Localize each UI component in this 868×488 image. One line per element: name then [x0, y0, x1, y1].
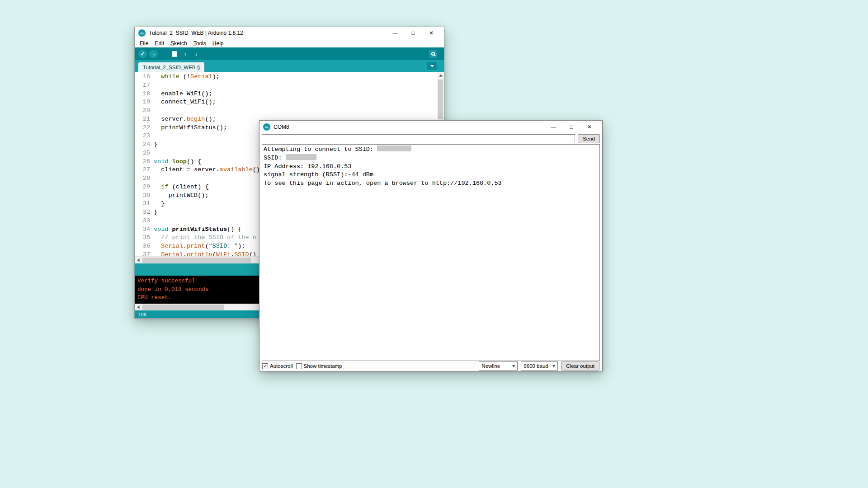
serial-output-line: Attempting to connect to SSID: — [264, 145, 598, 154]
chevron-down-icon — [552, 365, 555, 367]
code-text: Serial.println(WiFi.SSID() — [154, 251, 256, 256]
send-button[interactable]: Send — [578, 134, 600, 143]
ide-titlebar[interactable]: ∞ Tutorial_2_SSID_WEB | Arduino 1.8.12 —… — [135, 27, 444, 39]
line-number: 28 — [135, 174, 150, 183]
chevron-down-icon — [430, 65, 434, 67]
menu-help[interactable]: Help — [209, 40, 227, 47]
checkbox-icon[interactable] — [296, 363, 302, 369]
line-number: 32 — [135, 208, 150, 217]
code-line: 19 connect_WiFi(); — [135, 98, 444, 107]
code-text: while (!Serial); — [154, 73, 220, 81]
arduino-logo-icon: ∞ — [138, 29, 146, 37]
line-number: 24 — [135, 141, 150, 149]
ide-menubar: FileEditSketchToolsHelp — [135, 39, 444, 47]
line-number: 19 — [135, 98, 150, 107]
menu-file[interactable]: File — [137, 40, 151, 47]
serial-send-row: Send — [259, 133, 602, 144]
code-line: 20 — [135, 107, 444, 115]
code-text: printWifiStatus(); — [154, 124, 227, 132]
checkbox-icon[interactable]: ✓ — [262, 363, 268, 369]
line-ending-value: Newline — [481, 363, 500, 369]
maximize-button[interactable]: □ — [404, 28, 422, 38]
line-number: 34 — [135, 225, 150, 234]
line-number: 29 — [135, 183, 150, 192]
line-number: 37 — [135, 251, 150, 256]
menu-tools[interactable]: Tools — [190, 40, 209, 47]
serial-bottom-bar: ✓ Autoscroll Show timestamp Newline 9600… — [259, 361, 602, 371]
code-text: } — [154, 141, 157, 149]
serial-monitor-button[interactable] — [429, 50, 437, 58]
scroll-left-icon[interactable] — [135, 257, 142, 264]
code-text: } — [154, 208, 157, 217]
cursor-line-indicator: 109 — [138, 312, 146, 317]
maximize-button[interactable]: □ — [562, 122, 580, 132]
magnifier-icon — [431, 52, 435, 56]
serial-window-title: COM8 — [274, 124, 289, 130]
autoscroll-label: Autoscroll — [270, 363, 293, 369]
vertical-scrollbar-thumb[interactable] — [438, 80, 443, 119]
new-sketch-button[interactable] — [170, 49, 179, 58]
show-timestamp-label: Show timestamp — [304, 363, 342, 369]
line-number: 35 — [135, 234, 150, 242]
autoscroll-checkbox[interactable]: ✓ Autoscroll — [262, 363, 293, 369]
open-sketch-button[interactable]: ↑ — [181, 49, 190, 58]
serial-output-line: signal strength (RSSI):-44 dBm — [264, 171, 598, 179]
serial-output-line: To see this page in action, open a brows… — [264, 179, 598, 188]
line-number: 20 — [135, 107, 150, 115]
chevron-down-icon — [512, 365, 515, 367]
scroll-left-icon[interactable] — [135, 304, 142, 311]
save-sketch-button[interactable]: ↓ — [192, 49, 201, 58]
show-timestamp-checkbox[interactable]: Show timestamp — [296, 363, 342, 369]
line-number: 18 — [135, 90, 150, 99]
upload-button[interactable]: → — [149, 50, 158, 58]
line-number: 25 — [135, 149, 150, 158]
line-number: 22 — [135, 124, 150, 132]
close-button[interactable]: ✕ — [422, 28, 440, 38]
baud-rate-select[interactable]: 9600 baud — [521, 361, 558, 371]
serial-monitor-window: ∞ COM8 — □ ✕ Send Attempting to connect … — [259, 120, 603, 371]
line-number: 30 — [135, 192, 150, 200]
code-text: client = server.available(); — [154, 166, 264, 174]
line-number: 31 — [135, 200, 150, 208]
code-line: 16 while (!Serial); — [135, 73, 444, 81]
ide-window-title: Tutorial_2_SSID_WEB | Arduino 1.8.12 — [149, 30, 243, 36]
code-text: void loop() { — [154, 158, 201, 166]
menu-edit[interactable]: Edit — [151, 40, 167, 47]
code-line: 17 — [135, 81, 444, 90]
horizontal-scrollbar-thumb[interactable] — [142, 305, 224, 310]
serial-window-controls: — □ ✕ — [544, 122, 599, 132]
down-arrow-icon: ↓ — [195, 51, 198, 57]
line-number: 17 — [135, 81, 150, 90]
minimize-button[interactable]: — — [544, 122, 562, 132]
code-text: if (client) { — [154, 183, 209, 192]
minimize-button[interactable]: — — [386, 28, 404, 38]
redacted-ssid — [286, 154, 316, 160]
document-icon — [172, 51, 177, 57]
clear-output-button[interactable]: Clear output — [561, 361, 599, 371]
line-number: 16 — [135, 73, 150, 81]
line-number: 21 — [135, 115, 150, 124]
code-text: } — [154, 200, 165, 208]
line-number: 36 — [135, 242, 150, 251]
code-text: void printWifiStatus() { — [154, 225, 241, 234]
ide-window-controls: — □ ✕ — [386, 28, 440, 38]
serial-output: Attempting to connect to SSID: SSID: IP … — [262, 144, 600, 361]
verify-button[interactable]: ✓ — [138, 50, 147, 58]
baud-rate-value: 9600 baud — [524, 363, 548, 369]
serial-output-line: SSID: — [264, 154, 598, 163]
code-text: enable_WiFi(); — [154, 90, 212, 99]
menu-sketch[interactable]: Sketch — [167, 40, 190, 47]
up-arrow-icon: ↑ — [184, 51, 187, 57]
tab-tutorial-2-ssid-web[interactable]: Tutorial_2_SSID_WEB § — [138, 62, 204, 72]
horizontal-scrollbar-thumb[interactable] — [142, 258, 251, 263]
close-button[interactable]: ✕ — [580, 122, 599, 132]
serial-input[interactable] — [262, 134, 575, 143]
serial-titlebar[interactable]: ∞ COM8 — □ ✕ — [259, 121, 602, 133]
line-number: 23 — [135, 132, 150, 141]
desktop: ∞ Tutorial_2_SSID_WEB | Arduino 1.8.12 —… — [0, 0, 868, 488]
tab-list-button[interactable] — [427, 62, 437, 70]
line-ending-select[interactable]: Newline — [479, 361, 518, 371]
code-text: printWEB(); — [154, 192, 209, 200]
check-icon: ✓ — [140, 51, 145, 57]
scroll-up-icon[interactable] — [437, 72, 444, 79]
